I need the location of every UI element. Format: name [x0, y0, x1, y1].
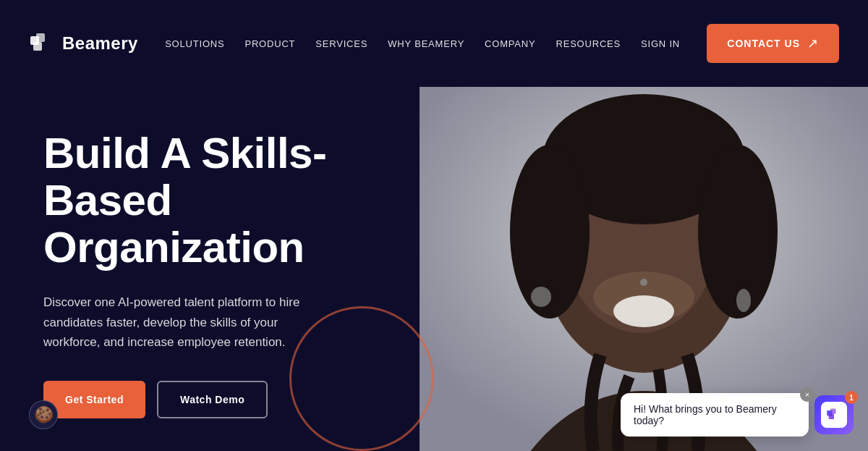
get-started-button[interactable]: Get Started — [43, 381, 145, 418]
chat-message: Hi! What brings you to Beamery today? — [634, 403, 777, 426]
chat-bot-logo — [821, 402, 847, 428]
hero-subtitle: Discover one AI-powered talent platform … — [43, 292, 333, 352]
arrow-icon: ↗ — [807, 35, 819, 51]
nav-resources[interactable]: RESOURCES — [556, 38, 621, 49]
logo-text: Beamery — [62, 33, 138, 54]
watch-demo-button[interactable]: Watch Demo — [157, 381, 268, 418]
contact-us-button[interactable]: CONTACT US ↗ — [707, 24, 839, 63]
nav-product[interactable]: PRODUCT — [244, 38, 295, 49]
logo-icon — [29, 30, 55, 56]
svg-point-14 — [640, 279, 647, 286]
nav-sign-in[interactable]: SIGN IN — [641, 38, 680, 49]
svg-point-11 — [531, 287, 551, 307]
site-header: Beamery SOLUTIONS PRODUCT SERVICES WHY B… — [0, 0, 868, 87]
cookie-icon[interactable]: 🍪 — [29, 400, 58, 429]
decorative-curve — [289, 306, 434, 451]
hero-section: Build A Skills-Based Organization Discov… — [0, 87, 868, 451]
main-nav: SOLUTIONS PRODUCT SERVICES WHY BEAMERY C… — [165, 38, 680, 49]
svg-point-10 — [698, 145, 778, 319]
chat-badge: 1 — [845, 391, 858, 404]
svg-rect-1 — [36, 33, 45, 42]
nav-company[interactable]: COMPANY — [485, 38, 535, 49]
nav-services[interactable]: SERVICES — [315, 38, 367, 49]
svg-rect-2 — [33, 42, 42, 51]
chat-close-button[interactable]: × — [800, 387, 814, 402]
svg-point-13 — [613, 295, 674, 327]
chat-bot-icon[interactable]: 1 — [814, 395, 854, 434]
nav-solutions[interactable]: SOLUTIONS — [165, 38, 224, 49]
hero-image: × Hi! What brings you to Beamery today? … — [420, 87, 868, 451]
logo[interactable]: Beamery — [29, 30, 138, 56]
chat-widget: × Hi! What brings you to Beamery today? … — [621, 393, 854, 437]
svg-point-12 — [736, 289, 751, 312]
nav-why-beamery[interactable]: WHY BEAMERY — [388, 38, 464, 49]
svg-rect-17 — [829, 414, 834, 419]
hero-title: Build A Skills-Based Organization — [43, 130, 391, 271]
svg-rect-16 — [830, 408, 835, 413]
chat-bubble[interactable]: × Hi! What brings you to Beamery today? — [621, 393, 809, 437]
